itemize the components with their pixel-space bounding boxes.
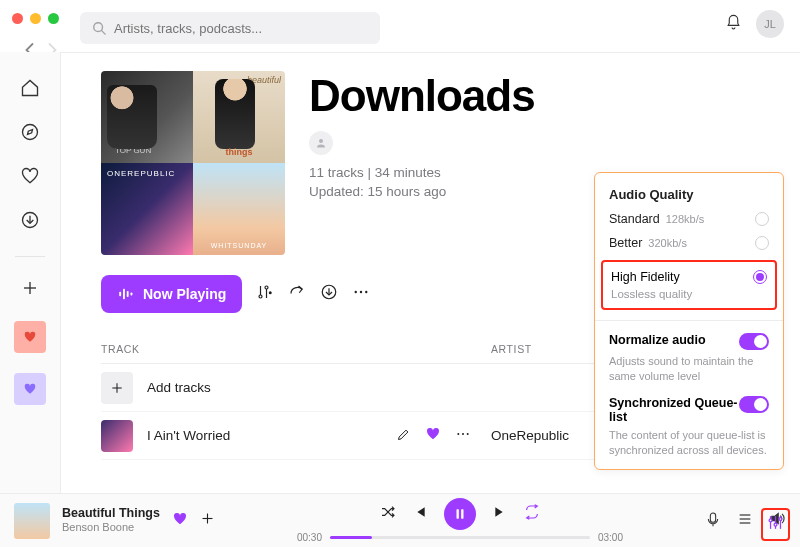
- plus-icon: [101, 372, 133, 404]
- sync-desc: The content of your queue-list is synchr…: [609, 428, 769, 458]
- downloads-icon[interactable]: [20, 210, 40, 234]
- sidebar-separator: [15, 256, 45, 257]
- now-playing-label: Now Playing: [143, 286, 226, 302]
- prev-icon[interactable]: [412, 504, 428, 524]
- svg-point-17: [365, 291, 367, 293]
- svg-point-12: [265, 286, 268, 289]
- owner-icon: [309, 131, 333, 155]
- queue-icon[interactable]: [737, 511, 753, 531]
- more-icon[interactable]: [352, 283, 370, 305]
- cover-label: TOP GUN: [115, 147, 151, 155]
- playlist-updated: Updated: 15 hours ago: [309, 184, 535, 199]
- svg-point-16: [360, 291, 362, 293]
- audio-settings-popover: Audio Quality Standard128kb/s Better320k…: [594, 172, 784, 470]
- playlist-header: Downloads 11 tracks | 34 minutes Updated…: [309, 71, 535, 255]
- playlist-cover: TOP GUN beautifulthings ONEREPUBLIC WHIT…: [101, 71, 285, 255]
- search-icon: [92, 21, 106, 35]
- toggle-on-icon: [739, 333, 769, 350]
- quality-standard[interactable]: Standard128kb/s: [609, 212, 769, 226]
- radio-selected-icon: [753, 270, 767, 284]
- maximize-window[interactable]: [48, 13, 59, 24]
- svg-rect-27: [456, 509, 458, 518]
- time-elapsed: 00:30: [297, 532, 322, 543]
- svg-point-34: [769, 519, 772, 522]
- player-track-artist: Benson Boone: [62, 521, 160, 534]
- share-icon[interactable]: [288, 283, 306, 305]
- svg-rect-10: [131, 293, 133, 296]
- track-thumb: [101, 420, 133, 452]
- quality-better[interactable]: Better320kb/s: [609, 236, 769, 250]
- favorite-playlist-2[interactable]: [14, 373, 46, 405]
- next-icon[interactable]: [492, 504, 508, 524]
- page-title: Downloads: [309, 71, 535, 121]
- svg-rect-7: [119, 292, 121, 297]
- normalize-toggle-row[interactable]: Normalize audio: [609, 333, 769, 350]
- svg-point-22: [457, 433, 459, 435]
- favorite-playlist-1[interactable]: [14, 321, 46, 353]
- cover-label: things: [226, 147, 253, 157]
- progress-bar[interactable]: 00:30 03:00: [227, 532, 693, 543]
- player-track-title: Beautiful Things: [62, 506, 160, 521]
- audio-settings-button-highlight: [761, 508, 790, 541]
- svg-point-36: [774, 523, 777, 526]
- search-input[interactable]: [114, 21, 368, 36]
- repeat-icon[interactable]: [524, 504, 540, 524]
- transport-controls: [380, 498, 540, 530]
- svg-point-15: [355, 291, 357, 293]
- th-track: TRACK: [101, 343, 491, 355]
- svg-point-11: [259, 295, 262, 298]
- svg-point-2: [23, 125, 38, 140]
- download-icon[interactable]: [320, 283, 338, 305]
- notifications-icon[interactable]: [725, 14, 742, 35]
- favorites-icon[interactable]: [20, 166, 40, 190]
- popover-title: Audio Quality: [609, 187, 769, 202]
- global-search[interactable]: [80, 12, 380, 44]
- heart-icon[interactable]: [172, 511, 188, 531]
- svg-point-38: [779, 518, 782, 521]
- window-controls: [12, 13, 59, 24]
- svg-point-6: [319, 139, 323, 143]
- time-total: 03:00: [598, 532, 623, 543]
- equalizer-icon[interactable]: [767, 517, 784, 534]
- mix-icon[interactable]: [256, 283, 274, 305]
- cover-label: ONEREPUBLIC: [107, 169, 175, 178]
- more-icon[interactable]: [455, 426, 471, 445]
- add-tracks-label: Add tracks: [147, 380, 211, 395]
- normalize-label: Normalize audio: [609, 333, 706, 347]
- pause-button[interactable]: [444, 498, 476, 530]
- player-bar: Beautiful Things Benson Boone 00:30 03:0…: [0, 493, 800, 547]
- hf-label: High Fidelity: [611, 270, 680, 284]
- lyrics-icon[interactable]: [705, 511, 721, 531]
- track-title: I Ain't Worried: [147, 428, 230, 443]
- svg-point-24: [467, 433, 469, 435]
- add-playlist-icon[interactable]: [21, 279, 39, 301]
- edit-icon[interactable]: [396, 427, 411, 445]
- popover-separator: [595, 320, 783, 321]
- svg-rect-9: [127, 291, 129, 297]
- hf-desc: Lossless quality: [611, 288, 767, 300]
- shuffle-icon[interactable]: [380, 504, 396, 524]
- radio-icon: [755, 236, 769, 250]
- svg-line-1: [102, 31, 106, 35]
- cover-label: WHITSUNDAY: [211, 242, 268, 249]
- close-window[interactable]: [12, 13, 23, 24]
- soundwave-icon: [117, 285, 135, 303]
- playlist-stats: 11 tracks | 34 minutes: [309, 165, 535, 180]
- player-cover[interactable]: [14, 503, 50, 539]
- svg-rect-28: [461, 509, 463, 518]
- svg-point-23: [462, 433, 464, 435]
- home-icon[interactable]: [20, 78, 40, 102]
- explore-icon[interactable]: [20, 122, 40, 146]
- now-playing-button[interactable]: Now Playing: [101, 275, 242, 313]
- minimize-window[interactable]: [30, 13, 41, 24]
- sync-label: Synchronized Queue-list: [609, 396, 739, 424]
- sync-queue-toggle-row[interactable]: Synchronized Queue-list: [609, 396, 769, 424]
- plus-icon[interactable]: [200, 511, 215, 530]
- quality-high-fidelity[interactable]: High Fidelity Lossless quality: [601, 260, 777, 310]
- user-avatar[interactable]: JL: [756, 10, 784, 38]
- svg-point-13: [270, 292, 272, 294]
- svg-rect-29: [710, 513, 715, 522]
- sidebar: [0, 52, 60, 493]
- heart-icon[interactable]: [425, 426, 441, 445]
- svg-rect-8: [123, 289, 125, 300]
